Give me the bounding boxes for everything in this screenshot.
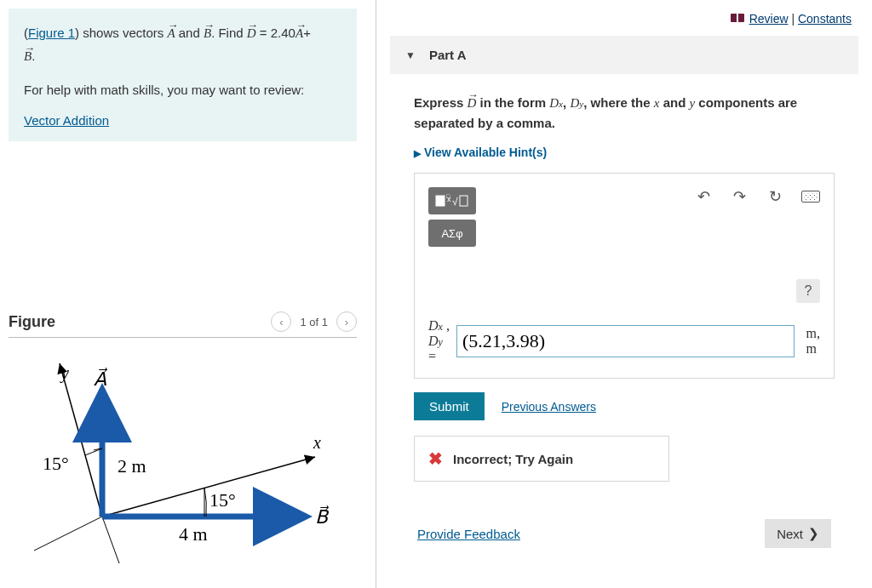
text: . Find	[211, 26, 247, 40]
answer-label: Dx , Dy =	[428, 318, 450, 364]
part-header[interactable]: ▼ Part A	[390, 36, 858, 74]
svg-line-4	[34, 517, 102, 551]
figure-heading: Figure	[9, 313, 55, 331]
help-text: For help with math skills, you may want …	[24, 79, 341, 101]
vector-B: B	[24, 46, 32, 68]
svg-text:A⃗: A⃗	[94, 368, 108, 390]
view-hints-link[interactable]: ▶View Available Hint(s)	[414, 146, 835, 159]
book-icon	[731, 14, 744, 24]
vector-D: D	[247, 23, 256, 45]
vector-A: A	[167, 23, 175, 45]
next-button[interactable]: Next❯	[765, 519, 831, 548]
previous-answers-link[interactable]: Previous Answers	[502, 400, 596, 414]
part-title: Part A	[429, 48, 467, 62]
submit-button[interactable]: Submit	[414, 392, 485, 420]
chevron-right-icon: ❯	[808, 526, 819, 541]
figure-image: y x A⃗ B⃗ 15° 2 m	[9, 355, 357, 570]
svg-text:B⃗: B⃗	[315, 505, 330, 528]
triangle-right-icon: ▶	[414, 148, 421, 158]
svg-rect-15	[436, 196, 445, 206]
vector-A: A	[295, 23, 303, 45]
vector-addition-link[interactable]: Vector Addition	[24, 113, 109, 128]
template-tool-button[interactable]: x□√	[428, 187, 476, 214]
svg-text:y: y	[60, 363, 69, 383]
text: |	[789, 12, 798, 26]
text: ) shows vectors	[75, 26, 167, 40]
text: and	[175, 26, 204, 40]
svg-text:2 m: 2 m	[118, 455, 146, 477]
provide-feedback-link[interactable]: Provide Feedback	[417, 527, 520, 541]
x-icon: ✖	[428, 448, 443, 469]
feedback-text: Incorrect; Try Again	[453, 452, 573, 466]
keyboard-icon[interactable]	[801, 187, 820, 206]
chevron-down-icon: ▼	[405, 49, 416, 61]
svg-text:4 m: 4 m	[179, 523, 208, 545]
svg-line-5	[102, 517, 119, 563]
vector-B: B	[204, 23, 211, 45]
feedback-box: ✖ Incorrect; Try Again	[414, 436, 669, 482]
review-link[interactable]: Review	[749, 12, 789, 26]
part-prompt: Express D in the form Dx, Dy, where the …	[414, 93, 835, 134]
top-links: Review | Constants	[390, 9, 858, 36]
answer-panel: x□√ ΑΣφ ↶ ↷ ↻ ? Dx ,	[414, 173, 835, 379]
problem-statement: (Figure 1) shows vectors A and B. Find D…	[9, 9, 357, 141]
svg-text:15°: 15°	[43, 453, 69, 474]
undo-icon[interactable]: ↶	[694, 187, 713, 206]
help-button[interactable]: ?	[796, 279, 820, 303]
figure-link[interactable]: Figure 1	[28, 26, 75, 40]
figure-pager-text: 1 of 1	[300, 316, 328, 328]
answer-input[interactable]	[456, 325, 795, 357]
redo-icon[interactable]: ↷	[730, 187, 749, 206]
svg-text:√: √	[452, 196, 458, 208]
greek-tool-button[interactable]: ΑΣφ	[428, 220, 476, 247]
text: = 2.40	[256, 26, 295, 40]
svg-text:15°: 15°	[209, 489, 236, 511]
svg-rect-19	[460, 196, 468, 206]
reset-icon[interactable]: ↻	[766, 187, 784, 206]
figure-prev-button[interactable]: ‹	[271, 311, 291, 332]
figure-next-button[interactable]: ›	[336, 311, 357, 332]
constants-link[interactable]: Constants	[798, 12, 852, 26]
answer-units: m, m	[806, 326, 820, 357]
svg-text:x: x	[313, 433, 321, 452]
